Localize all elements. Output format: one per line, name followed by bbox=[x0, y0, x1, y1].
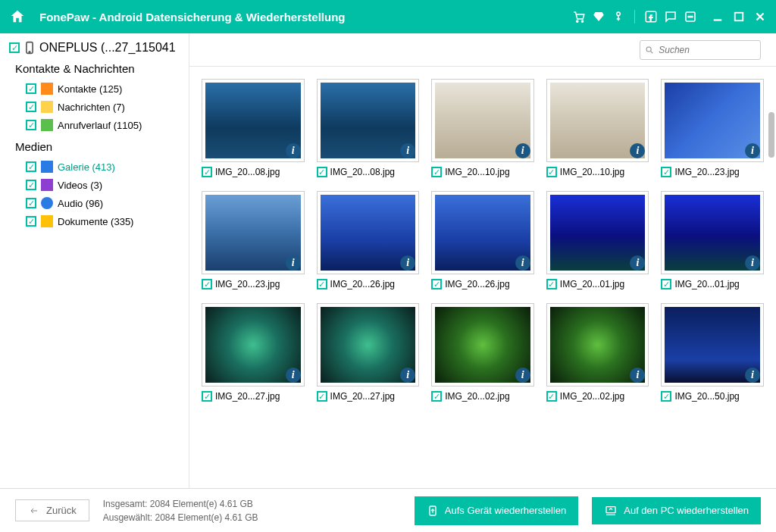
info-icon[interactable]: i bbox=[515, 143, 530, 158]
sidebar-item-anrufverlauf[interactable]: Anrufverlauf (1105) bbox=[6, 116, 183, 134]
checkbox[interactable] bbox=[26, 198, 36, 208]
thumbnail-image[interactable]: i bbox=[317, 191, 420, 274]
key-icon[interactable] bbox=[612, 10, 625, 23]
thumbnail[interactable]: i IMG_20...08.jpg bbox=[317, 79, 420, 177]
home-icon[interactable] bbox=[9, 8, 26, 25]
maximize-icon[interactable] bbox=[732, 10, 746, 23]
thumbnail[interactable]: i IMG_20...23.jpg bbox=[661, 79, 764, 177]
thumbnail-image[interactable]: i bbox=[661, 191, 764, 274]
sidebar-item-dokumente[interactable]: Dokumente (335) bbox=[6, 212, 183, 230]
thumbnail-checkbox[interactable] bbox=[431, 167, 442, 177]
info-icon[interactable]: i bbox=[286, 368, 301, 383]
thumbnail-checkbox[interactable] bbox=[546, 167, 557, 177]
thumbnail-checkbox[interactable] bbox=[317, 391, 327, 402]
svg-point-14 bbox=[646, 46, 651, 51]
thumbnail-image[interactable]: i bbox=[317, 303, 420, 386]
thumbnail[interactable]: i IMG_20...23.jpg bbox=[202, 191, 305, 289]
thumbnail-image[interactable]: i bbox=[661, 79, 764, 162]
svg-rect-9 bbox=[735, 13, 743, 21]
info-icon[interactable]: i bbox=[286, 255, 301, 271]
thumbnail[interactable]: i IMG_20...27.jpg bbox=[317, 303, 420, 402]
thumbnail-image[interactable]: i bbox=[546, 303, 649, 386]
back-label: Zurück bbox=[46, 505, 77, 516]
thumbnail[interactable]: i IMG_20...26.jpg bbox=[431, 191, 534, 289]
sidebar-item-label: Anrufverlauf (1105) bbox=[58, 120, 142, 131]
thumbnail-image[interactable]: i bbox=[317, 79, 420, 162]
thumbnail-checkbox[interactable] bbox=[661, 391, 671, 402]
thumbnail-checkbox[interactable] bbox=[431, 391, 442, 402]
checkbox[interactable] bbox=[26, 120, 36, 130]
thumbnail-filename: IMG_20...02.jpg bbox=[445, 391, 509, 402]
restore-device-button[interactable]: Aufs Gerät wiederherstellen bbox=[415, 496, 578, 525]
audio-icon bbox=[41, 197, 53, 209]
thumbnail-checkbox[interactable] bbox=[661, 279, 671, 289]
thumbnail[interactable]: i IMG_20...02.jpg bbox=[546, 303, 649, 402]
thumbnail-checkbox[interactable] bbox=[202, 279, 212, 289]
info-icon[interactable]: i bbox=[515, 368, 530, 383]
checkbox[interactable] bbox=[26, 216, 36, 227]
thumbnail[interactable]: i IMG_20...01.jpg bbox=[661, 191, 764, 289]
sidebar-item-nachrichten[interactable]: Nachrichten (7) bbox=[6, 98, 183, 116]
thumbnail-image[interactable]: i bbox=[202, 303, 305, 386]
sidebar-item-videos[interactable]: Videos (3) bbox=[6, 176, 183, 194]
sidebar-item-galerie[interactable]: Galerie (413) bbox=[6, 158, 183, 176]
sidebar: ONEPLUS (...27_115041 Kontakte & Nachric… bbox=[0, 33, 189, 488]
thumbnail-checkbox[interactable] bbox=[661, 167, 671, 177]
thumbnail[interactable]: i IMG_20...26.jpg bbox=[317, 191, 420, 289]
thumbnail-filename: IMG_20...23.jpg bbox=[674, 167, 739, 177]
thumbnail-image[interactable]: i bbox=[202, 191, 305, 274]
diamond-icon[interactable] bbox=[592, 10, 605, 23]
thumbnail[interactable]: i IMG_20...10.jpg bbox=[546, 79, 649, 177]
thumbnail-filename: IMG_20...08.jpg bbox=[215, 167, 280, 177]
thumbnail-label-row: IMG_20...23.jpg bbox=[202, 279, 305, 289]
menu-icon[interactable] bbox=[684, 10, 697, 23]
restore-pc-button[interactable]: Auf den PC wiederherstellen bbox=[592, 497, 761, 524]
thumbnail-checkbox[interactable] bbox=[546, 391, 557, 402]
thumbnail-checkbox[interactable] bbox=[317, 167, 327, 177]
sidebar-item-label: Dokumente (335) bbox=[58, 216, 133, 227]
thumbnail[interactable]: i IMG_20...01.jpg bbox=[546, 191, 649, 289]
thumbnail-checkbox[interactable] bbox=[202, 167, 212, 177]
thumbnail-image[interactable]: i bbox=[431, 303, 534, 386]
info-icon[interactable]: i bbox=[745, 255, 760, 271]
thumbnail-checkbox[interactable] bbox=[431, 279, 442, 289]
thumbnail-checkbox[interactable] bbox=[546, 279, 557, 289]
feedback-icon[interactable] bbox=[664, 10, 677, 23]
app-title: FonePaw - Android Datensicherung & Wiede… bbox=[39, 11, 572, 23]
documents-icon bbox=[41, 215, 53, 227]
thumbnail-image[interactable]: i bbox=[546, 79, 649, 162]
thumbnail-image[interactable]: i bbox=[202, 79, 305, 162]
thumbnail-filename: IMG_20...01.jpg bbox=[560, 279, 624, 289]
thumbnail[interactable]: i IMG_20...27.jpg bbox=[202, 303, 305, 402]
sidebar-item-kontakte[interactable]: Kontakte (125) bbox=[6, 80, 183, 98]
checkbox[interactable] bbox=[26, 102, 36, 112]
scrollbar-thumb[interactable] bbox=[768, 112, 774, 158]
device-checkbox[interactable] bbox=[9, 42, 20, 53]
back-button[interactable]: Zurück bbox=[15, 499, 89, 521]
checkbox[interactable] bbox=[26, 83, 36, 94]
thumbnail-image[interactable]: i bbox=[661, 303, 764, 386]
info-icon[interactable]: i bbox=[286, 143, 301, 158]
facebook-icon[interactable] bbox=[644, 10, 658, 23]
checkbox[interactable] bbox=[26, 161, 36, 172]
info-icon[interactable]: i bbox=[745, 143, 760, 158]
thumbnail[interactable]: i IMG_20...08.jpg bbox=[202, 79, 305, 177]
thumbnail-image[interactable]: i bbox=[431, 191, 534, 274]
thumbnail[interactable]: i IMG_20...50.jpg bbox=[661, 303, 764, 402]
thumbnail[interactable]: i IMG_20...02.jpg bbox=[431, 303, 534, 402]
minimize-icon[interactable] bbox=[711, 10, 724, 23]
thumbnail-image[interactable]: i bbox=[431, 79, 534, 162]
checkbox[interactable] bbox=[26, 180, 36, 190]
info-icon[interactable]: i bbox=[515, 255, 530, 271]
cart-icon[interactable] bbox=[572, 10, 586, 23]
thumbnail[interactable]: i IMG_20...10.jpg bbox=[431, 79, 534, 177]
info-icon[interactable]: i bbox=[745, 368, 760, 383]
search-box[interactable] bbox=[640, 40, 761, 60]
thumbnail-checkbox[interactable] bbox=[202, 391, 212, 402]
search-input[interactable] bbox=[659, 45, 756, 55]
thumbnail-image[interactable]: i bbox=[546, 191, 649, 274]
device-row[interactable]: ONEPLUS (...27_115041 bbox=[6, 41, 183, 55]
close-icon[interactable] bbox=[753, 10, 767, 23]
thumbnail-checkbox[interactable] bbox=[317, 279, 327, 289]
sidebar-item-audio[interactable]: Audio (96) bbox=[6, 194, 183, 212]
